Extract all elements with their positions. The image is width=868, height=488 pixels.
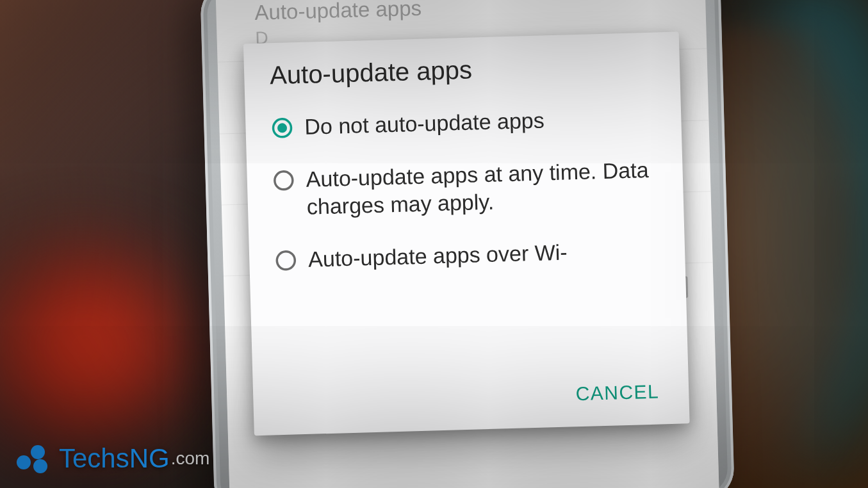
watermark-tld: .com [171,448,210,469]
svg-point-3 [277,251,295,270]
option-label: Auto-update apps at any time. Data charg… [306,156,659,221]
option-auto-update-wifi[interactable]: Auto-update apps over Wi- [258,225,666,289]
radio-selected-icon[interactable] [259,113,305,140]
svg-point-2 [274,171,293,190]
auto-update-dialog: Auto-update apps Do not auto-update apps [243,31,690,435]
option-label: Do not auto-update apps [304,106,545,141]
radio-unselected-icon[interactable] [261,165,306,192]
phone-screen: Auto-update apps D A F C R d U P O [216,0,719,488]
watermark-logo: TechsNG .com [17,443,209,474]
watermark-brand: TechsNG [59,443,170,474]
radio-unselected-icon[interactable] [263,245,309,272]
dialog-options-list[interactable]: Do not auto-update apps Auto-update apps… [245,92,688,377]
logo-dots-icon [17,445,51,472]
dialog-actions: CANCEL [252,364,689,435]
phone-frame: Auto-update apps D A F C R d U P O [200,0,735,488]
option-auto-update-anytime[interactable]: Auto-update apps at any time. Data charg… [256,145,665,237]
cancel-button[interactable]: CANCEL [565,374,670,412]
svg-point-1 [277,123,287,133]
option-label: Auto-update apps over Wi- [308,238,568,273]
